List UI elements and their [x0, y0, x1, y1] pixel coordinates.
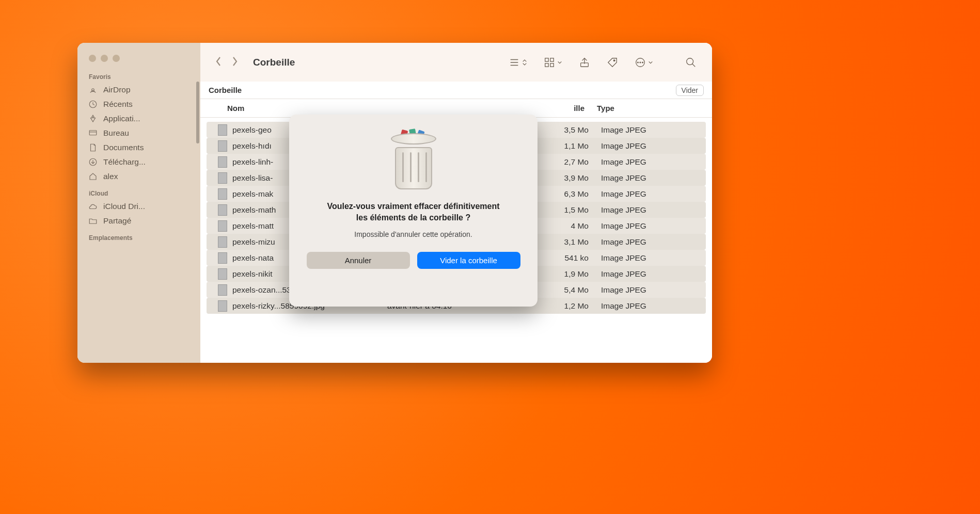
home-icon — [88, 172, 98, 181]
zoom-traffic-light[interactable] — [113, 55, 120, 62]
desktop-icon — [88, 128, 98, 138]
empty-trash-button[interactable]: Vider — [676, 85, 704, 96]
file-size: 1,9 Mo — [527, 269, 599, 279]
file-type: Image JPEG — [599, 237, 706, 247]
group-button[interactable] — [538, 57, 568, 68]
svg-line-20 — [692, 63, 696, 67]
search-button[interactable] — [679, 57, 703, 68]
clock-icon — [88, 100, 98, 109]
sidebar-item-label: Bureau — [103, 128, 129, 138]
sidebar-item-label: Récents — [103, 100, 133, 109]
sidebar-item-home[interactable]: alex — [77, 169, 200, 184]
back-button[interactable] — [215, 56, 222, 69]
download-icon — [88, 157, 98, 167]
doc-icon — [88, 143, 98, 152]
sidebar-item-label: Partagé — [103, 216, 131, 226]
svg-rect-2 — [89, 131, 97, 135]
sidebar-item-label: Applicati... — [103, 114, 140, 123]
sidebar-item-label: Documents — [103, 143, 144, 152]
svg-rect-11 — [545, 63, 548, 66]
file-size: 1,5 Mo — [527, 205, 599, 215]
dialog-title: Voulez-vous vraiment effacer définitivem… — [321, 201, 507, 223]
file-type: Image JPEG — [599, 285, 706, 295]
tags-button[interactable] — [600, 57, 624, 68]
file-thumbnail-icon — [218, 172, 227, 184]
file-thumbnail-icon — [218, 156, 227, 168]
file-thumbnail-icon — [218, 124, 227, 136]
confirm-dialog: Voulez-vous vraiment effacer définitivem… — [289, 115, 538, 307]
svg-point-18 — [642, 62, 643, 63]
trash-icon — [388, 130, 439, 189]
sidebar-scrollbar[interactable] — [196, 82, 199, 143]
file-size: 2,7 Mo — [527, 157, 599, 167]
file-type: Image JPEG — [599, 125, 706, 135]
sidebar-item-doc[interactable]: Documents — [77, 140, 200, 155]
file-type: Image JPEG — [599, 269, 706, 279]
file-thumbnail-icon — [218, 220, 227, 232]
airdrop-icon — [88, 85, 98, 94]
column-type[interactable]: Type — [595, 104, 712, 113]
svg-point-14 — [613, 59, 615, 61]
file-size: 3,1 Mo — [527, 237, 599, 247]
file-size: 3,9 Mo — [527, 173, 599, 183]
location-title: Corbeille — [209, 86, 242, 94]
file-size: 541 ko — [527, 253, 599, 263]
svg-rect-9 — [545, 58, 548, 61]
sidebar-item-app[interactable]: Applicati... — [77, 111, 200, 126]
file-thumbnail-icon — [218, 284, 227, 296]
toolbar: Corbeille — [200, 43, 712, 82]
window-title: Corbeille — [253, 57, 295, 68]
file-size: 4 Mo — [527, 221, 599, 231]
file-thumbnail-icon — [218, 204, 227, 216]
file-thumbnail-icon — [218, 268, 227, 280]
sidebar-item-desktop[interactable]: Bureau — [77, 126, 200, 140]
file-thumbnail-icon — [218, 300, 227, 312]
file-size: 1,2 Mo — [527, 301, 599, 311]
svg-rect-12 — [550, 63, 554, 66]
file-size: 6,3 Mo — [527, 189, 599, 199]
column-name[interactable]: Nom — [227, 104, 378, 113]
file-type: Image JPEG — [599, 253, 706, 263]
svg-point-19 — [687, 58, 693, 65]
sidebar-item-cloud[interactable]: iCloud Dri... — [77, 199, 200, 214]
sidebar-item-folder[interactable]: Partagé — [77, 214, 200, 228]
svg-rect-10 — [550, 58, 554, 61]
file-type: Image JPEG — [599, 173, 706, 183]
app-icon — [88, 114, 98, 123]
sidebar-item-clock[interactable]: Récents — [77, 97, 200, 111]
share-button[interactable] — [573, 57, 596, 68]
file-thumbnail-icon — [218, 188, 227, 200]
close-traffic-light[interactable] — [89, 55, 96, 62]
file-type: Image JPEG — [599, 221, 706, 231]
cloud-icon — [88, 202, 98, 211]
sidebar-section-emplacements: Emplacements — [77, 228, 200, 244]
forward-button[interactable] — [231, 56, 239, 69]
minimize-traffic-light[interactable] — [101, 55, 108, 62]
confirm-empty-button[interactable]: Vider la corbeille — [417, 252, 520, 269]
file-thumbnail-icon — [218, 140, 227, 152]
sidebar-item-airdrop[interactable]: AirDrop — [77, 83, 200, 97]
file-type: Image JPEG — [599, 301, 706, 311]
sidebar-item-download[interactable]: Télécharg... — [77, 155, 200, 169]
file-type: Image JPEG — [599, 157, 706, 167]
sidebar: Favoris AirDropRécentsApplicati...Bureau… — [77, 43, 200, 363]
view-list-button[interactable] — [502, 57, 533, 68]
dialog-subtitle: Impossible d'annuler cette opération. — [354, 230, 472, 238]
file-thumbnail-icon — [218, 252, 227, 264]
sidebar-section-favoris: Favoris — [77, 67, 200, 83]
file-type: Image JPEG — [599, 205, 706, 215]
more-button[interactable] — [628, 57, 659, 68]
svg-point-16 — [638, 62, 639, 63]
sidebar-item-label: alex — [103, 172, 118, 181]
sidebar-item-label: AirDrop — [103, 85, 131, 94]
file-size: 5,4 Mo — [527, 285, 599, 295]
column-size[interactable]: ille — [523, 104, 595, 113]
sidebar-item-label: iCloud Dri... — [103, 202, 145, 211]
window-controls — [77, 45, 200, 67]
file-type: Image JPEG — [599, 141, 706, 151]
svg-point-17 — [640, 62, 641, 63]
cancel-button[interactable]: Annuler — [307, 252, 410, 269]
folder-icon — [88, 216, 98, 226]
file-type: Image JPEG — [599, 189, 706, 199]
file-size: 1,1 Mo — [527, 141, 599, 151]
